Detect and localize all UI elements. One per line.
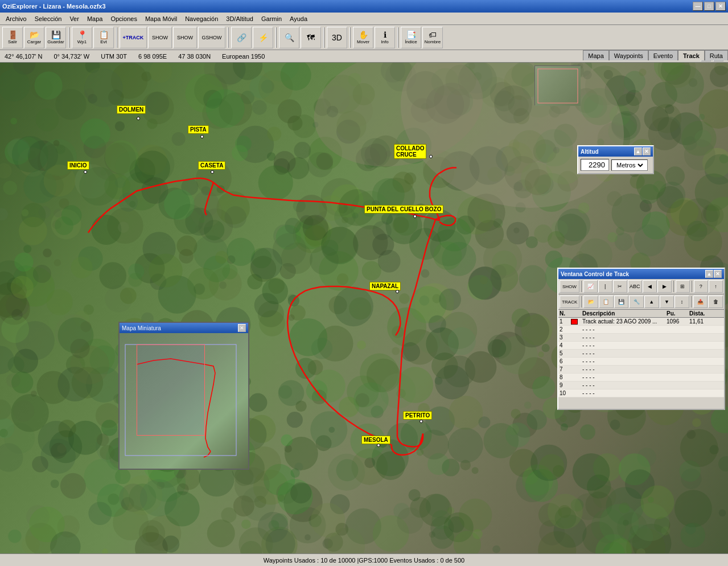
menu-mapa[interactable]: Mapa [84, 14, 106, 23]
indice-button[interactable]: 📑 Índice [401, 27, 421, 48]
menu-seleccion[interactable]: Selección [31, 14, 65, 23]
wp1-button[interactable]: 📍 Wp1 [72, 27, 92, 48]
menu-mapa-movil[interactable]: Mapa Móvil [142, 14, 180, 23]
tc-next-btn[interactable]: ▶ [657, 280, 672, 293]
table-row[interactable]: 4 - - - - [558, 342, 724, 350]
flash-button[interactable]: ⚡ [253, 27, 273, 48]
tc-graph-btn[interactable]: 📈 [583, 280, 598, 293]
tc-points-btn[interactable]: | [598, 280, 612, 293]
table-row[interactable]: 6 - - - - [558, 358, 724, 366]
menubar: Archivo Selección Ver Mapa Opciones Mapa… [0, 13, 728, 25]
altitude-close-btn[interactable]: ✕ [643, 147, 651, 155]
menu-navegacion[interactable]: Navegación [182, 14, 221, 23]
waypoint-mesola: MESOLA [361, 436, 390, 444]
menu-3d-altitud[interactable]: 3D/Altitud [223, 14, 257, 23]
menu-archivo[interactable]: Archivo [2, 14, 30, 23]
move-icon: ✋ [359, 31, 368, 39]
table-row[interactable]: 8 - - - - [558, 374, 724, 382]
tc-open-btn[interactable]: 📂 [583, 296, 598, 308]
menu-opciones[interactable]: Opciones [107, 14, 140, 23]
track-add-button[interactable]: +TRACK [120, 27, 147, 48]
tc-props-btn[interactable]: 🔧 [629, 296, 644, 308]
table-row[interactable]: 1 Track actual: 23 AGO 2009 ... 1096 11,… [558, 318, 724, 326]
tc-export-btn[interactable]: 📤 [693, 296, 708, 308]
col-distancia: Dista. [689, 310, 715, 317]
table-row[interactable]: 2 - - - - [558, 326, 724, 334]
tabbar: Mapa Waypoints Evento Track Ruta [583, 50, 728, 60]
minimap-content [120, 333, 248, 469]
map-button[interactable]: 🗺 [301, 27, 321, 48]
guardar-button[interactable]: 💾 Guardar [46, 27, 66, 48]
minimap-viewport[interactable] [137, 344, 205, 436]
menu-ayuda[interactable]: Ayuda [286, 14, 311, 23]
show1-button[interactable]: SHOW [148, 27, 172, 48]
tc-extra-btn[interactable]: ↑ [709, 280, 723, 293]
table-row[interactable]: 7 - - - - [558, 366, 724, 374]
tab-mapa[interactable]: Mapa [583, 50, 609, 60]
tc-up-btn[interactable]: ▲ [644, 296, 659, 308]
3d-button[interactable]: 3D [327, 27, 347, 48]
table-row[interactable]: 5 - - - - [558, 350, 724, 358]
tab-track[interactable]: Track [678, 50, 705, 60]
waypoint-dot-inicio [84, 170, 87, 174]
tc-down-btn[interactable]: ▼ [660, 296, 674, 308]
close-button[interactable]: ✕ [715, 2, 726, 11]
tc-move-btn[interactable]: ↕ [674, 296, 689, 308]
show2-button[interactable]: SHOW [173, 27, 197, 48]
tc-help-btn[interactable]: ? [694, 280, 708, 293]
track-control-title: Ventana Control de Track [561, 271, 629, 277]
tc-sep4 [581, 296, 582, 307]
menu-ver[interactable]: Ver [66, 14, 83, 23]
tc-label-btn[interactable]: ABC [628, 280, 642, 293]
altitude-unit-select[interactable]: Metros Feet [614, 161, 645, 169]
row-desc: - - - - [582, 350, 667, 356]
minimize-button[interactable]: — [693, 2, 703, 11]
tab-ruta[interactable]: Ruta [705, 50, 728, 60]
tc-clear-btn[interactable]: 🗑 [708, 296, 723, 308]
minimap-close-btn[interactable]: ✕ [238, 324, 246, 332]
tc-grid-btn[interactable]: ⊞ [676, 280, 690, 293]
row-n: 8 [560, 374, 571, 380]
evt-button[interactable]: 📋 Evt [93, 27, 114, 48]
salir-button[interactable]: 🚪 Salir [2, 27, 23, 48]
altitude-up-btn[interactable]: ▲ [634, 147, 642, 155]
track-control-up-btn[interactable]: ▲ [705, 270, 713, 278]
waypoint-dot-dolmen [137, 117, 140, 120]
map-area[interactable]: DOLMEN PISTA INICIO CASETA COLLADOCRUCE … [0, 63, 728, 553]
tc-sep5 [691, 296, 692, 307]
maximize-button[interactable]: □ [704, 2, 714, 11]
row-n: 9 [560, 382, 571, 388]
tab-evento[interactable]: Evento [648, 50, 678, 60]
row-n: 5 [560, 350, 571, 356]
search-button[interactable]: 🔍 [279, 27, 299, 48]
tc-prev-btn[interactable]: ◀ [643, 280, 657, 293]
tc-show-btn[interactable]: SHOW [560, 280, 579, 293]
track-table-body[interactable]: 1 Track actual: 23 AGO 2009 ... 1096 11,… [558, 318, 724, 409]
tc-save-btn[interactable]: 💾 [614, 296, 629, 308]
cargar-icon: 📂 [30, 31, 39, 39]
tc-sep2 [673, 281, 674, 292]
move-button[interactable]: ✋ Mover [353, 27, 373, 48]
info-button[interactable]: ℹ Info [375, 27, 395, 48]
waypoint-petrito: PETRITO [403, 411, 432, 420]
link-button[interactable]: 🔗 [231, 27, 252, 48]
table-row[interactable]: 10 - - - - [558, 389, 724, 397]
tc-track-btn[interactable]: TRACK [560, 296, 579, 308]
track-control-close-btn[interactable]: ✕ [714, 270, 722, 278]
col-n: N. [560, 310, 571, 317]
tc-copy-btn[interactable]: 📋 [599, 296, 614, 308]
row-n: 1 [560, 318, 571, 325]
nombre-button[interactable]: 🏷 Nombre [422, 27, 443, 48]
row-n: 4 [560, 342, 571, 348]
menu-garmin[interactable]: Garmin [258, 14, 285, 23]
table-row[interactable]: 3 - - - - [558, 334, 724, 342]
toolbar-sep5 [323, 27, 324, 48]
tc-edit-btn[interactable]: ✂ [613, 280, 627, 293]
salir-label: Salir [8, 39, 17, 44]
table-row[interactable]: 9 - - - - [558, 382, 724, 389]
tab-waypoints[interactable]: Waypoints [609, 50, 648, 60]
gshow-button[interactable]: GSHOW [198, 27, 225, 48]
cargar-button[interactable]: 📂 Cargar [24, 27, 44, 48]
row-desc: - - - - [582, 334, 667, 341]
row-desc: - - - - [582, 342, 667, 348]
